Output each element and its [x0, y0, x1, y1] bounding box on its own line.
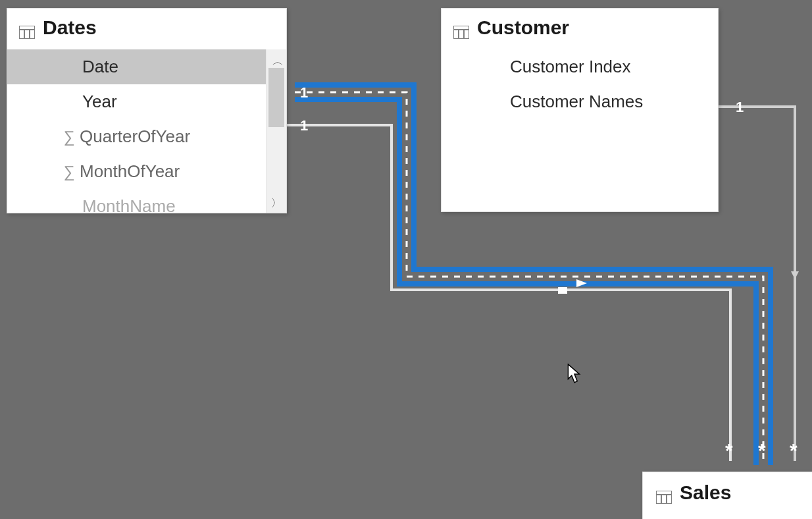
field-customer-index[interactable]: Customer Index	[442, 49, 718, 84]
table-icon	[656, 486, 672, 499]
field-list[interactable]: Customer Index Customer Names	[442, 49, 718, 211]
field-date[interactable]: Date	[7, 49, 266, 84]
table-scrollbar[interactable]: 〈 〈	[266, 49, 286, 213]
field-monthname[interactable]: MonthName	[7, 189, 266, 213]
sigma-icon: ∑	[59, 163, 80, 181]
cardinality-one: 1	[300, 117, 308, 134]
table-sales[interactable]: Sales	[642, 472, 812, 519]
table-icon	[19, 21, 35, 34]
model-canvas[interactable]: 1 * 1 * 1 *	[0, 0, 812, 519]
cardinality-many: *	[725, 439, 733, 461]
scroll-thumb[interactable]	[268, 68, 284, 127]
field-year[interactable]: Year	[7, 84, 266, 119]
sigma-icon: ∑	[59, 128, 80, 146]
table-icon	[453, 21, 469, 34]
table-header[interactable]: Dates	[7, 9, 286, 49]
table-title: Dates	[43, 16, 97, 39]
table-header[interactable]: Customer	[442, 9, 718, 49]
table-customer[interactable]: Customer Customer Index Customer Names	[441, 8, 719, 212]
table-header[interactable]: Sales	[643, 472, 812, 513]
field-list[interactable]: Date Year ∑ QuarterOfYear ∑ MonthOfYear …	[7, 49, 266, 213]
mouse-cursor-icon	[567, 364, 582, 383]
field-quarterofyear[interactable]: ∑ QuarterOfYear	[7, 119, 266, 154]
table-title: Customer	[477, 16, 569, 39]
cardinality-many: *	[758, 439, 766, 461]
svg-rect-7	[453, 26, 469, 39]
scroll-down-icon[interactable]: 〈	[271, 191, 282, 213]
cardinality-one: 1	[736, 99, 744, 115]
svg-rect-3	[19, 26, 35, 39]
table-title: Sales	[680, 481, 731, 504]
field-monthofyear[interactable]: ∑ MonthOfYear	[7, 154, 266, 189]
field-customer-names[interactable]: Customer Names	[442, 84, 718, 119]
cardinality-many: *	[790, 439, 798, 461]
svg-rect-11	[656, 491, 672, 504]
cardinality-one: 1	[300, 84, 308, 101]
table-dates[interactable]: Dates Date Year ∑ QuarterOfYear ∑ MonthO…	[7, 8, 287, 213]
scroll-up-icon[interactable]: 〈	[266, 55, 287, 66]
